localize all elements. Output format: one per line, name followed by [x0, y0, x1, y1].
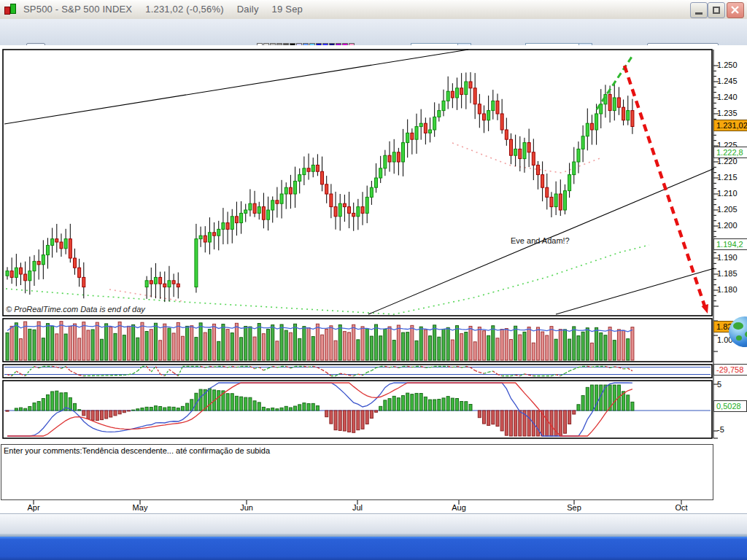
price-axis-label: 1.210 [717, 189, 738, 198]
price-axis-label: 1.190 [717, 253, 738, 262]
price-axis-label: 1.215 [717, 173, 738, 182]
indicator-price-badge-upper: 1.222,8 [713, 147, 747, 158]
oscillator-badge: -29,758 [713, 364, 747, 376]
price-axis-label: 1.205 [717, 205, 738, 214]
restore-button[interactable] [708, 2, 725, 18]
prorealtime-window: SP500 - S&P 500 INDEX1.231,02 (-0,56%)Da… [0, 0, 747, 560]
price-axis-label: 1.180 [717, 285, 738, 294]
taskbar: Iniciar WAP.MMT.T. PT «OxB 3:05 [0, 537, 747, 560]
comments-box[interactable]: Enter your comments:Tendência descendent… [1, 444, 713, 500]
drawing-toolbar: abc 30 Years Daily Add Indicator [0, 19, 747, 46]
month-label: Aug [452, 503, 466, 512]
date-label: 19 Sep [272, 4, 303, 15]
watermark: © ProRealTime.com Data is end of day [6, 305, 145, 314]
indicator-price-badge-lower: 1.194,2 [713, 238, 747, 250]
month-label: May [133, 503, 148, 512]
candlestick-icon [4, 4, 18, 15]
symbol-title: SP500 - S&P 500 INDEX [23, 4, 132, 15]
chart-canvas[interactable] [0, 45, 747, 513]
price-axis-label: 1.240 [717, 93, 738, 101]
comments-text: Enter your comments:Tendência descendent… [4, 446, 713, 455]
month-label: Apr [27, 503, 39, 512]
price-axis-label: 1.245 [717, 77, 738, 85]
chart-note: Eve and Adam!? [511, 236, 570, 245]
price-axis-label: 1.235 [717, 109, 738, 117]
window-title: SP500 - S&P 500 INDEX1.231,02 (-0,56%)Da… [23, 4, 316, 15]
timeframe-label: Daily [237, 4, 259, 15]
month-label: Oct [675, 503, 687, 512]
price-axis-label: 1.200 [717, 221, 738, 230]
minimize-button[interactable] [690, 2, 708, 18]
quote-value: 1.231,02 (-0,56%) [145, 4, 223, 15]
macd-value-badge: 0,5028 [713, 400, 747, 412]
chart-region: 1.2501.2451.2401.2351.2251.2201.2151.210… [0, 45, 747, 513]
macd-axis-top: 5 [717, 380, 721, 389]
price-axis-label: 1.185 [717, 269, 738, 278]
close-button[interactable] [727, 2, 744, 18]
chart-nav-toolbar: ‹ › [0, 513, 747, 534]
last-price-badge: 1.231,02 [713, 120, 747, 131]
title-bar: SP500 - S&P 500 INDEX1.231,02 (-0,56%)Da… [0, 0, 747, 20]
month-label: Jun [240, 503, 253, 512]
macd-axis-bottom: -5 [717, 425, 724, 434]
month-label: Sep [567, 503, 581, 512]
month-label: Jul [352, 503, 363, 512]
price-axis-label: 1.250 [717, 61, 738, 69]
